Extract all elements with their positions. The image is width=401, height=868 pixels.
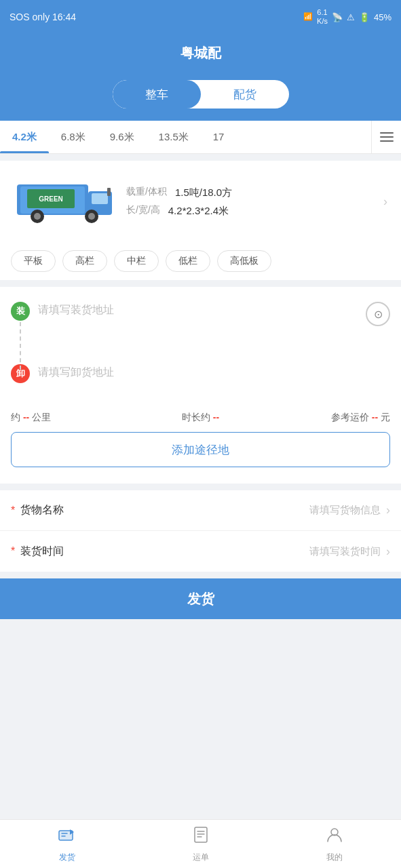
hamburger-line-2 (380, 136, 394, 138)
size-tab-13.5[interactable]: 13.5米 (147, 121, 201, 153)
svg-point-9 (88, 213, 95, 220)
weight-label: 载重/体积 (126, 183, 167, 201)
nav-profile-label: 我的 (326, 852, 343, 863)
cargo-name-arrow: › (386, 503, 390, 517)
nav-item-send[interactable]: 发货 (0, 820, 134, 868)
bottom-spacer (0, 619, 401, 668)
tab-switch-wrapper: 整车 配货 (0, 72, 401, 121)
vehicle-type-low-rail[interactable]: 低栏 (166, 250, 210, 272)
hamburger-line-1 (380, 132, 394, 134)
cargo-required-mark: * (11, 505, 15, 517)
load-address-placeholder[interactable]: 请填写装货地址 (38, 300, 390, 319)
truck-info: 载重/体积 1.5吨/18.0方 长/宽/高 4.2*2.3*2.4米 (126, 183, 373, 220)
tab-switch: 整车 配货 (113, 80, 289, 108)
size-tabs-menu-btn[interactable] (371, 121, 401, 153)
svg-point-7 (34, 213, 41, 220)
add-stop-button[interactable]: 添加途径地 (11, 432, 390, 467)
vehicle-type-tabs: 平板 高栏 中栏 低栏 高低板 (0, 242, 401, 280)
cargo-name-label: 货物名称 (20, 503, 81, 517)
dimensions-label: 长/宽/高 (126, 201, 160, 220)
nav-waybill-label: 运单 (193, 852, 209, 863)
unload-address-row[interactable]: 卸 请填写卸货地址 (11, 363, 390, 401)
send-button[interactable]: 发货 (0, 578, 401, 619)
battery-icon: 🔋 (359, 12, 370, 22)
form-section: * 货物名称 请填写货物信息 › * 装货时间 请填写装货时间 › (0, 490, 401, 572)
nav-send-icon (58, 825, 77, 849)
address-connector (20, 322, 21, 370)
cargo-name-placeholder[interactable]: 请填写货物信息 (81, 504, 381, 517)
location-icon: ⊙ (374, 308, 383, 321)
load-time-label: 装货时间 (20, 545, 81, 559)
dimensions-value: 4.2*2.3*2.4米 (168, 201, 229, 220)
vehicle-type-high-low[interactable]: 高低板 (217, 250, 271, 272)
truck-weight-row: 载重/体积 1.5吨/18.0方 (126, 183, 373, 201)
load-time-required-mark: * (11, 545, 15, 557)
status-icons: 📶 6.1K/s 📡 ⚠ 🔋 45% (303, 8, 392, 26)
send-button-label: 发货 (187, 590, 214, 608)
route-info: 约 -- 公里 时长约 -- 参考运价 -- 元 (11, 401, 390, 424)
hamburger-line-3 (380, 140, 394, 142)
nav-waybill-icon (191, 825, 210, 849)
size-tab-17[interactable]: 17 (201, 121, 237, 153)
tab-cargo-match[interactable]: 配货 (201, 80, 289, 108)
status-time: SOS only 16:44 (9, 12, 76, 22)
vehicle-type-flatbed[interactable]: 平板 (11, 250, 56, 272)
vehicle-type-mid-rail[interactable]: 中栏 (114, 250, 159, 272)
alert-icon: ⚠ (347, 12, 355, 22)
address-spacer (11, 338, 390, 363)
svg-rect-2 (92, 193, 108, 204)
location-button[interactable]: ⊙ (366, 302, 390, 326)
svg-rect-10 (107, 188, 111, 196)
size-tab-9.6[interactable]: 9.6米 (98, 121, 147, 153)
route-price: 参考运价 -- 元 (264, 412, 390, 424)
load-address-row[interactable]: 装 请填写装货地址 (11, 300, 390, 338)
vehicle-type-high-rail[interactable]: 高栏 (62, 250, 107, 272)
load-dot: 装 (11, 302, 30, 321)
svg-text:GREEN: GREEN (39, 195, 63, 203)
nav-item-waybill[interactable]: 运单 (134, 820, 267, 868)
tab-whole-truck[interactable]: 整车 (113, 80, 201, 108)
nav-send-label: 发货 (59, 852, 75, 863)
signal-speed: 6.1K/s (317, 8, 328, 26)
header-title: 粤城配 (180, 44, 221, 62)
size-tab-4.2[interactable]: 4.2米 (0, 121, 49, 153)
size-tabs-wrapper: 4.2米 6.8米 9.6米 13.5米 17 (0, 121, 401, 154)
signal-icon: 📶 (303, 12, 313, 21)
route-distance: 约 -- 公里 (11, 412, 137, 424)
cargo-name-row[interactable]: * 货物名称 请填写货物信息 › (0, 490, 401, 531)
route-duration: 时长约 -- (137, 412, 263, 424)
hamburger-icon (380, 132, 394, 142)
size-tab-6.8[interactable]: 6.8米 (49, 121, 98, 153)
truck-dimensions-row: 长/宽/高 4.2*2.3*2.4米 (126, 201, 373, 220)
svg-rect-13 (195, 827, 207, 842)
truck-svg: GREEN (14, 174, 115, 229)
battery-percent: 45% (374, 12, 392, 22)
load-time-arrow: › (386, 545, 390, 559)
truck-image: GREEN (14, 174, 115, 229)
status-bar: SOS only 16:44 📶 6.1K/s 📡 ⚠ 🔋 45% (0, 0, 401, 34)
wifi-icon: 📡 (332, 12, 343, 22)
unload-address-placeholder[interactable]: 请填写卸货地址 (38, 363, 390, 382)
address-section: 装 请填写装货地址 卸 请填写卸货地址 ⊙ 约 -- 公里 时长约 -- 参考运… (0, 287, 401, 484)
weight-value: 1.5吨/18.0方 (175, 183, 232, 201)
nav-item-profile[interactable]: 我的 (267, 820, 401, 868)
load-time-placeholder[interactable]: 请填写装货时间 (81, 545, 381, 558)
bottom-nav: 发货 运单 我的 (0, 819, 401, 868)
header: 粤城配 (0, 34, 401, 72)
size-tabs: 4.2米 6.8米 9.6米 13.5米 17 (0, 121, 371, 153)
nav-profile-icon (325, 825, 344, 849)
load-time-row[interactable]: * 装货时间 请填写装货时间 › (0, 531, 401, 572)
truck-detail-arrow[interactable]: › (383, 195, 387, 209)
add-stop-label: 添加途径地 (172, 442, 229, 458)
truck-section: GREEN 载重/体积 1.5吨/18.0方 长/宽/高 4.2*2.3*2.4… (0, 161, 401, 242)
